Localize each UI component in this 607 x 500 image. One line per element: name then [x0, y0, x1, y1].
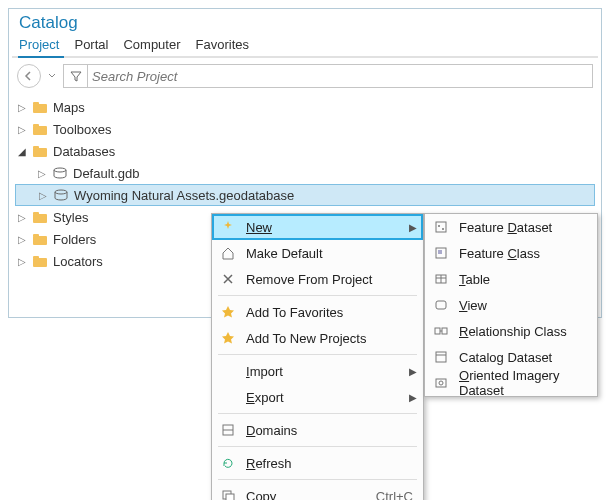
menu-shortcut: Ctrl+C	[376, 489, 417, 501]
folder-icon	[31, 253, 49, 269]
expand-icon[interactable]: ▷	[37, 168, 47, 179]
menu-label: Refresh	[246, 456, 417, 471]
tab-favorites[interactable]: Favorites	[196, 37, 249, 52]
up-dropdown[interactable]	[45, 69, 59, 83]
panel-tabs: Project Portal Computer Favorites	[9, 33, 601, 56]
tree-label: Default.gdb	[73, 166, 140, 181]
svg-rect-32	[436, 379, 446, 387]
svg-point-19	[438, 225, 440, 227]
menu-label: Add To Favorites	[246, 305, 417, 320]
search-input[interactable]	[92, 69, 586, 84]
svg-point-6	[54, 168, 66, 172]
folder-icon	[31, 143, 49, 159]
tree-node-databases[interactable]: ◢ Databases	[15, 140, 595, 162]
submenu-feature-dataset[interactable]: Feature Dataset	[425, 214, 597, 240]
expand-icon[interactable]: ▷	[17, 124, 27, 135]
svg-rect-2	[33, 126, 47, 135]
svg-rect-11	[33, 234, 39, 237]
tab-project[interactable]: Project	[19, 37, 59, 52]
menu-separator	[218, 446, 417, 447]
svg-rect-18	[436, 222, 446, 232]
expand-icon[interactable]: ▷	[17, 102, 27, 113]
folder-icon	[31, 121, 49, 137]
table-icon	[431, 269, 451, 289]
search-wrap	[63, 64, 593, 88]
blank-icon	[218, 361, 238, 381]
menu-label: Oriented Imagery Dataset	[459, 368, 591, 398]
relationship-icon	[431, 321, 451, 341]
menu-label: Feature Class	[459, 246, 591, 261]
menu-import[interactable]: Import ▶	[212, 358, 423, 384]
sparkle-icon	[218, 217, 238, 237]
menu-label: New	[246, 220, 401, 235]
menu-label: Add To New Projects	[246, 331, 417, 346]
menu-label: Feature Dataset	[459, 220, 591, 235]
tree-node-wyoming-gdb[interactable]: ▷ Wyoming Natural Assets.geodatabase	[15, 184, 595, 206]
expand-icon[interactable]: ▷	[17, 234, 27, 245]
menu-label: Import	[246, 364, 401, 379]
svg-rect-27	[435, 328, 440, 334]
star-icon	[218, 302, 238, 322]
svg-rect-26	[436, 301, 446, 309]
menu-add-favorites[interactable]: Add To Favorites	[212, 299, 423, 325]
submenu-relationship-class[interactable]: Relationship Class	[425, 318, 597, 344]
submenu-arrow-icon: ▶	[409, 222, 417, 233]
filter-icon	[69, 69, 83, 83]
submenu-feature-class[interactable]: Feature Class	[425, 240, 597, 266]
menu-label: Export	[246, 390, 401, 405]
tab-portal[interactable]: Portal	[74, 37, 108, 52]
menu-domains[interactable]: Domains	[212, 417, 423, 443]
menu-remove[interactable]: Remove From Project	[212, 266, 423, 292]
svg-point-7	[55, 190, 67, 194]
submenu-arrow-icon: ▶	[409, 392, 417, 403]
tree-label: Toolboxes	[53, 122, 112, 137]
svg-rect-9	[33, 212, 39, 215]
svg-rect-30	[436, 352, 446, 362]
menu-export[interactable]: Export ▶	[212, 384, 423, 410]
menu-add-new-projects[interactable]: Add To New Projects	[212, 325, 423, 351]
expand-icon[interactable]: ▷	[38, 190, 48, 201]
expand-icon[interactable]: ▷	[17, 212, 27, 223]
svg-point-33	[439, 381, 443, 385]
toolbar	[9, 58, 601, 94]
menu-new[interactable]: New ▶	[212, 214, 423, 240]
menu-label: Relationship Class	[459, 324, 591, 339]
tree-node-default-gdb[interactable]: ▷ Default.gdb	[15, 162, 595, 184]
menu-refresh[interactable]: Refresh	[212, 450, 423, 476]
dataset-icon	[431, 217, 451, 237]
featureclass-icon	[431, 243, 451, 263]
menu-label: Remove From Project	[246, 272, 417, 287]
context-menu: New ▶ Make Default Remove From Project A…	[211, 213, 424, 500]
domains-icon	[218, 420, 238, 440]
menu-separator	[218, 354, 417, 355]
collapse-icon[interactable]: ◢	[17, 146, 27, 157]
menu-copy[interactable]: Copy Ctrl+C	[212, 483, 423, 500]
expand-icon[interactable]: ▷	[17, 256, 27, 267]
back-button[interactable]	[17, 64, 41, 88]
chevron-down-icon	[48, 72, 56, 80]
menu-label: Table	[459, 272, 591, 287]
tree-node-toolboxes[interactable]: ▷ Toolboxes	[15, 118, 595, 140]
menu-label: View	[459, 298, 591, 313]
submenu-catalog-dataset[interactable]: Catalog Dataset	[425, 344, 597, 370]
geodatabase-icon	[52, 187, 70, 203]
menu-separator	[218, 295, 417, 296]
submenu-oriented-imagery[interactable]: Oriented Imagery Dataset	[425, 370, 597, 396]
tree-node-maps[interactable]: ▷ Maps	[15, 96, 595, 118]
filter-button[interactable]	[64, 64, 88, 88]
svg-rect-1	[33, 102, 39, 105]
menu-make-default[interactable]: Make Default	[212, 240, 423, 266]
submenu-view[interactable]: View	[425, 292, 597, 318]
menu-label: Make Default	[246, 246, 417, 261]
tree-label: Folders	[53, 232, 96, 247]
star-plus-icon	[218, 328, 238, 348]
tree-label: Styles	[53, 210, 88, 225]
menu-separator	[218, 413, 417, 414]
svg-rect-0	[33, 104, 47, 113]
view-icon	[431, 295, 451, 315]
tab-computer[interactable]: Computer	[123, 37, 180, 52]
folder-icon	[31, 209, 49, 225]
svg-point-20	[442, 228, 444, 230]
submenu-table[interactable]: Table	[425, 266, 597, 292]
tree-label: Locators	[53, 254, 103, 269]
